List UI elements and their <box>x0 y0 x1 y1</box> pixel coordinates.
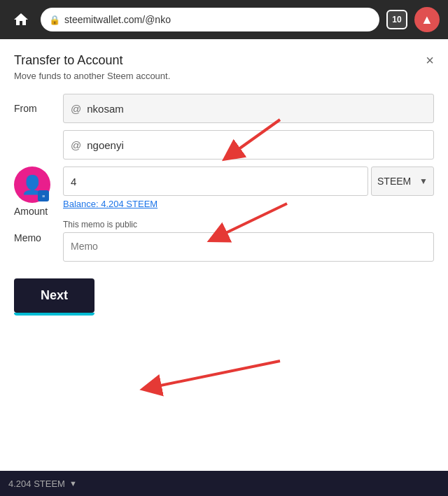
amount-inputs: STEEM SBD ▼ Balance: 4.204 STEEM <box>63 166 434 215</box>
url-text: steemitwallet.com/@nko <box>64 14 171 25</box>
close-button[interactable]: × <box>426 53 434 67</box>
modal-title: Transfer to Account <box>14 53 122 68</box>
to-row: @ <box>14 130 434 160</box>
svg-line-5 <box>150 361 280 388</box>
currency-select-wrap[interactable]: STEEM SBD ▼ <box>371 166 434 196</box>
upload-button[interactable]: ▲ <box>414 7 440 32</box>
home-button[interactable] <box>8 7 34 32</box>
memo-label: Memo <box>14 232 63 243</box>
lock-icon: 🔒 <box>49 15 60 25</box>
arrow-next-button <box>150 361 280 388</box>
to-input-wrap: @ <box>63 130 434 160</box>
bottom-bar: 4.204 STEEM ▼ <box>0 471 448 496</box>
currency-select[interactable]: STEEM SBD <box>377 176 416 187</box>
from-input-wrap: @ <box>63 94 434 123</box>
bottom-balance: 4.204 STEEM <box>8 479 65 489</box>
avatar-badge: ≡ <box>38 190 49 201</box>
from-label: From <box>14 103 63 114</box>
from-at-sign: @ <box>71 103 81 115</box>
modal-subtitle: Move funds to another Steem account. <box>14 71 434 81</box>
avatar: 👤 ≡ <box>14 166 50 203</box>
memo-note: This memo is public <box>63 220 434 229</box>
bottom-dropdown-icon[interactable]: ▼ <box>69 479 77 488</box>
upload-icon: ▲ <box>421 13 433 26</box>
transfer-modal: Transfer to Account × Move funds to anot… <box>0 39 448 471</box>
address-bar[interactable]: 🔒 steemitwallet.com/@nko <box>41 8 379 31</box>
browser-chrome: 🔒 steemitwallet.com/@nko 10 ▲ <box>0 0 448 39</box>
home-icon <box>13 11 29 28</box>
memo-input-wrap <box>63 232 434 262</box>
dropdown-arrow-icon: ▼ <box>419 176 428 186</box>
from-row: From @ <box>14 94 434 123</box>
amount-input-wrap <box>63 166 368 196</box>
amount-input[interactable] <box>71 176 360 187</box>
from-input[interactable] <box>87 103 426 115</box>
next-button[interactable]: Next <box>14 278 94 313</box>
modal-header: Transfer to Account × <box>14 53 434 68</box>
memo-row: Memo <box>14 232 434 262</box>
to-input[interactable] <box>87 139 426 151</box>
memo-input[interactable] <box>71 241 426 252</box>
amount-label-wrap: 👤 ≡ Amount <box>14 166 63 217</box>
amount-input-row: STEEM SBD ▼ <box>63 166 434 196</box>
amount-label: Amount <box>14 206 48 217</box>
balance-link[interactable]: Balance: 4.204 STEEM <box>63 199 434 209</box>
tab-count-badge[interactable]: 10 <box>386 10 407 29</box>
page-content: Transfer to Account × Move funds to anot… <box>0 39 448 471</box>
amount-row: 👤 ≡ Amount STEEM SBD <box>14 166 434 217</box>
to-at-sign: @ <box>71 139 81 151</box>
